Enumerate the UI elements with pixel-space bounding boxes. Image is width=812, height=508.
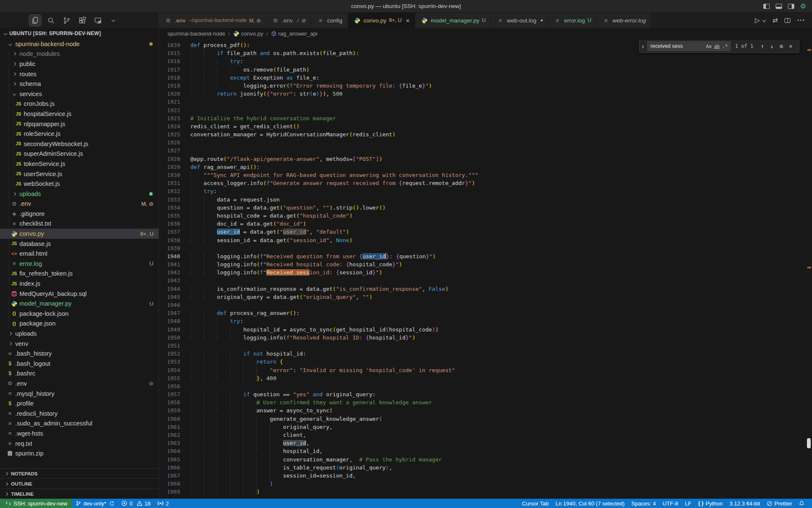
code-line[interactable]: 1936 doc_id = data.get("doc_id") xyxy=(159,220,812,228)
search-icon[interactable] xyxy=(44,14,57,26)
code-line[interactable]: 1966 is_table_request(original_query), xyxy=(159,464,812,472)
code-line[interactable]: 1944 is_confirmation_response = data.get… xyxy=(159,285,812,293)
code-line[interactable]: 1950 logging.info(f"Resolved hospital ID… xyxy=(159,334,812,342)
tree-item-package.json[interactable]: {}package.json xyxy=(0,319,159,329)
tree-item-services[interactable]: services xyxy=(0,89,159,99)
tab-web-error.log[interactable]: ≡web-error.log xyxy=(597,13,651,28)
compare-changes-icon[interactable]: ⇄ xyxy=(772,17,778,24)
code-line[interactable]: 1967 session_id=session_id, xyxy=(159,472,812,480)
extensions-icon[interactable] xyxy=(76,14,88,26)
code-line[interactable]: 1918 except Exception as file_e: xyxy=(159,74,812,82)
code-line[interactable]: 1925conversation_manager = HybridConvers… xyxy=(159,130,812,138)
code-line[interactable]: 1946 xyxy=(159,301,812,309)
regex-icon[interactable]: .* xyxy=(721,43,729,50)
code-line[interactable]: 1964 hospital_id, xyxy=(159,447,812,455)
tab-convo.py[interactable]: convo.py9+, U× xyxy=(348,13,415,28)
tree-item-public[interactable]: public xyxy=(0,59,159,69)
code-line[interactable]: 1941 logging.info(f"Received hospital co… xyxy=(159,260,812,268)
status-notifications[interactable] xyxy=(796,499,808,508)
tree-item-spurrinai-backend-node[interactable]: spurrinai-backend-node xyxy=(0,39,159,49)
code-line[interactable]: 1947 def process_rag_answer(): xyxy=(159,309,812,317)
code-line[interactable]: 1952 if not hospital_id: xyxy=(159,350,812,358)
status-prettier[interactable]: Prettier xyxy=(763,499,796,508)
code-line[interactable]: 1962 client, xyxy=(159,431,812,439)
tree-item-index.js[interactable]: JSindex.js xyxy=(0,279,159,289)
code-editor[interactable]: 1839def process_pdf():1915 if file_path … xyxy=(159,39,812,499)
code-line[interactable]: 1960 generate_general_knowledge_answer( xyxy=(159,415,812,423)
overview-ruler[interactable] xyxy=(806,39,812,499)
code-line[interactable]: 1958 # User confirmed they want a genera… xyxy=(159,398,812,406)
panel-notepads[interactable]: NOTEPADS xyxy=(0,468,159,478)
tree-item-model-manager.py[interactable]: model_manager.pyU xyxy=(0,298,159,309)
tree-item-nlpqamapper.js[interactable]: JSnlpqamapper.js xyxy=(0,119,159,129)
tree-item-.bash-logout[interactable]: $.bash_logout xyxy=(0,359,159,369)
tree-item-.env[interactable]: ⚙.env⊘ xyxy=(0,378,159,389)
code-line[interactable]: 1927 xyxy=(159,146,812,155)
tree-item-node-modules[interactable]: node_modules xyxy=(0,49,159,59)
tree-item-.mysql-history[interactable]: ≡.mysql_history xyxy=(0,389,159,399)
tree-item-.env[interactable]: ⚙.envM, ⊘ xyxy=(0,199,159,209)
code-line[interactable]: 1948 try: xyxy=(159,317,812,325)
tree-item-roleservice.js[interactable]: JSroleService.js xyxy=(0,129,159,139)
status-encoding[interactable]: UTF-8 xyxy=(659,499,682,508)
code-line[interactable]: 1956 xyxy=(159,382,812,390)
source-control-icon[interactable] xyxy=(60,14,73,26)
tree-item-superadminservice.js[interactable]: JSsuperAdminService.js xyxy=(0,149,159,159)
layout-sidebar-icon[interactable] xyxy=(763,4,770,9)
tab-close-icon[interactable]: × xyxy=(406,17,410,24)
code-line[interactable]: 1940 logging.info(f"Received question fr… xyxy=(159,252,812,260)
tree-item-req.txt[interactable]: ≡req.txt xyxy=(0,439,159,449)
whole-word-icon[interactable]: ab xyxy=(713,43,721,50)
tree-item-.bashrc[interactable]: $.bashrc xyxy=(0,369,159,379)
breadcrumb-item[interactable]: convo.py xyxy=(233,30,263,37)
code-line[interactable]: 1920 return jsonify({"error": str(e)}), … xyxy=(159,90,812,98)
code-line[interactable]: 1917 os.remove(file_path) xyxy=(159,66,812,74)
status-branch[interactable]: dev-only* xyxy=(72,499,118,508)
views-more-icon[interactable] xyxy=(107,14,120,26)
tree-item-websocket.js[interactable]: JSwebSocket.js xyxy=(0,179,159,189)
code-line[interactable]: 1926 xyxy=(159,138,812,146)
tree-item-package-lock.json[interactable]: {}package-lock.json xyxy=(0,309,159,319)
status-python-version[interactable]: 3.12.3 64-bit xyxy=(726,499,763,508)
code-line[interactable]: 1954 "error": "Invalid or missing 'hospi… xyxy=(159,366,812,374)
code-line[interactable]: 1965 conversation_manager, # Pass the hy… xyxy=(159,456,812,464)
scrollbar-thumb[interactable] xyxy=(807,438,811,448)
code-line[interactable]: 1968 ) xyxy=(159,480,812,488)
tab-config[interactable]: ≡config xyxy=(311,13,348,28)
tree-item-email.html[interactable]: <>email.html xyxy=(0,248,159,259)
status-eol[interactable]: LF xyxy=(681,499,694,508)
code-line[interactable]: 1935 hospital_code = data.get("hospital_… xyxy=(159,212,812,220)
code-line[interactable]: 1957 if question == "yes" and original_q… xyxy=(159,390,812,398)
breadcrumb-item[interactable]: rag_answer_api xyxy=(271,30,318,37)
breadcrumb-item[interactable]: spurrinai-backend-node xyxy=(167,30,225,37)
tree-item-error.log[interactable]: ≡error.logU xyxy=(0,259,159,269)
split-editor-icon[interactable] xyxy=(785,18,790,23)
code-line[interactable]: 1923# Initialize the hybrid conversation… xyxy=(159,114,812,122)
status-line-col[interactable]: Ln 1940, Col 60 (7 selected) xyxy=(552,499,628,508)
more-actions-icon[interactable]: ··· xyxy=(797,17,805,24)
code-line[interactable]: 1916 try: xyxy=(159,57,812,65)
tree-item-tokenservice.js[interactable]: JStokenService.js xyxy=(0,159,159,169)
tree-item-.gitignore[interactable]: ◈.gitignore xyxy=(0,209,159,219)
match-case-icon[interactable]: Aa xyxy=(705,43,713,50)
tree-item-routes[interactable]: routes xyxy=(0,69,159,79)
tree-item-fix-refresh-token.js[interactable]: JSfix_refresh_token.js xyxy=(0,269,159,279)
status-problems[interactable]: 018 xyxy=(118,499,154,508)
tree-item-.rediscli-history[interactable]: ≡.rediscli_history xyxy=(0,409,159,419)
code-line[interactable]: 1963 user_id, xyxy=(159,439,812,447)
explorer-icon[interactable] xyxy=(29,14,41,26)
tree-item-venv[interactable]: venv xyxy=(0,339,159,349)
remote-explorer-icon[interactable] xyxy=(91,14,104,26)
find-in-selection-icon[interactable]: ≡ xyxy=(776,43,786,50)
status-ports[interactable]: 2 xyxy=(154,499,172,508)
layout-panel-icon[interactable] xyxy=(776,4,782,9)
tree-item-.sudo-as-admin-successful[interactable]: ≡.sudo_as_admin_successful xyxy=(0,419,159,429)
code-line[interactable]: 1961 original_query, xyxy=(159,423,812,431)
panel-outline[interactable]: OUTLINE xyxy=(0,478,159,489)
code-line[interactable]: 1953 return { xyxy=(159,358,812,366)
panel-timeline[interactable]: TIMELINE xyxy=(0,489,159,499)
code-line[interactable]: 1951 xyxy=(159,342,812,350)
tree-item-convo.py[interactable]: convo.py9+, U xyxy=(0,229,159,239)
tree-item-uploads[interactable]: uploads xyxy=(0,329,159,339)
explorer-section-header[interactable]: UBUNTU [SSH: SPURRIN-DEV-NEW] xyxy=(0,28,159,39)
